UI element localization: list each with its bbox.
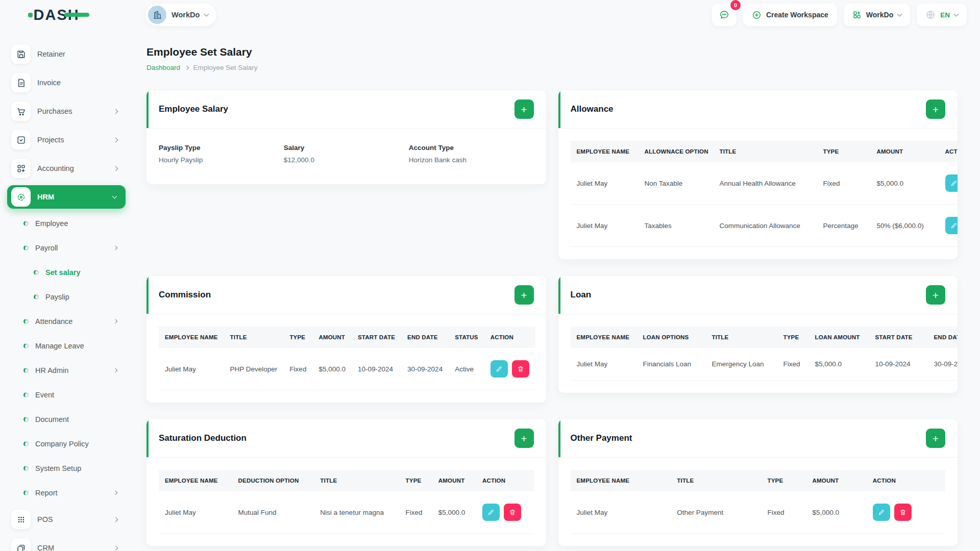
cell: $5,000.0 xyxy=(432,491,476,534)
loan-card: Loan + EMPLOYEE NAME LOAN OPTIONS TITLE … xyxy=(558,276,958,393)
sidebar-item-purchases[interactable]: Purchases xyxy=(0,97,134,126)
cell: Communication Allowance xyxy=(714,205,817,247)
add-button[interactable]: + xyxy=(926,99,945,119)
messages-button[interactable]: 0 xyxy=(712,4,737,26)
other-payment-card: Other Payment + EMPLOYEE NAME TITLE TYPE… xyxy=(558,419,958,546)
top-bar: DASH WorkDo 0 Create Workspace WorkDo xyxy=(0,0,980,30)
floppy-disk-icon xyxy=(11,44,31,64)
sidebar-item-crm[interactable]: CRM xyxy=(0,534,134,551)
salary-summary: Payslip Type Hourly Payslip Salary $12,0… xyxy=(159,141,534,172)
cell: Fixed xyxy=(283,348,312,390)
chevron-right-icon xyxy=(113,545,118,550)
breadcrumb-dashboard-link[interactable]: Dashboard xyxy=(146,64,180,71)
table-header-row: EMPLOYEE NAME DEDUCTION OPTION TITLE TYP… xyxy=(159,470,534,491)
sidebar-item-hrm[interactable]: HRM xyxy=(7,185,126,209)
card-header: Loan + xyxy=(558,276,958,314)
cell: Juliet May xyxy=(571,491,671,534)
delete-button[interactable] xyxy=(894,504,912,521)
column-header: TITLE xyxy=(224,327,284,348)
cell: $5,000.0 xyxy=(871,162,939,205)
sidebar-item-company-policy[interactable]: Company Policy xyxy=(0,432,134,456)
cell: Taxables xyxy=(639,205,714,247)
create-workspace-button[interactable]: Create Workspace xyxy=(743,4,837,26)
sidebar-item-report[interactable]: Report xyxy=(0,481,134,505)
column-header: ACTION xyxy=(867,470,945,491)
edit-button[interactable] xyxy=(482,504,500,521)
cell: $5,000.0 xyxy=(312,348,352,390)
card-header: Allowance + xyxy=(558,90,958,129)
column-header: END DATE xyxy=(928,327,958,348)
cell: Non Taxable xyxy=(639,162,714,205)
sidebar-item-label: Payroll xyxy=(35,244,58,252)
sidebar-item-document[interactable]: Document xyxy=(0,407,134,432)
sidebar-item-label: Retainer xyxy=(37,50,65,58)
add-button[interactable]: + xyxy=(514,285,534,305)
sidebar-item-accounting[interactable]: Accounting xyxy=(0,154,134,183)
add-button[interactable]: + xyxy=(926,285,945,305)
sidebar-item-payslip[interactable]: Payslip xyxy=(0,285,134,309)
workdo-menu-label: WorkDo xyxy=(866,11,893,19)
workdo-menu-button[interactable]: WorkDo xyxy=(844,4,910,26)
add-button[interactable]: + xyxy=(514,99,534,119)
cell: Percentage xyxy=(817,205,871,247)
sidebar-item-hr-admin[interactable]: HR Admin xyxy=(0,358,134,383)
cell: 30-09-2024 xyxy=(401,348,449,390)
create-workspace-label: Create Workspace xyxy=(766,11,828,19)
sidebar-item-pos[interactable]: POS xyxy=(0,505,134,534)
employee-salary-card: Employee Salary + Payslip Type Hourly Pa… xyxy=(146,90,546,184)
field-label: Payslip Type xyxy=(159,144,284,152)
sidebar-item-label: Attendance xyxy=(35,317,72,325)
commission-card: Commission + EMPLOYEE NAME TITLE TYPE AM… xyxy=(146,276,546,403)
edit-button[interactable] xyxy=(491,360,508,378)
delete-button[interactable] xyxy=(512,360,529,378)
sidebar-item-label: Employee xyxy=(35,219,68,228)
sidebar-item-event[interactable]: Event xyxy=(0,383,134,407)
chevron-right-icon xyxy=(113,319,117,323)
column-header: EMPLOYEE NAME xyxy=(159,327,224,348)
delete-button[interactable] xyxy=(504,504,521,521)
bullet-icon xyxy=(23,368,29,373)
workspace-selector[interactable]: WorkDo xyxy=(145,4,216,26)
sidebar-item-retainer[interactable]: Retainer xyxy=(0,40,134,68)
saturation-deduction-table: EMPLOYEE NAME DEDUCTION OPTION TITLE TYP… xyxy=(159,470,534,534)
column-header: START DATE xyxy=(869,327,928,348)
sidebar: Retainer Invoice Purchases Projects xyxy=(0,30,134,551)
sidebar-item-attendance[interactable]: Attendance xyxy=(0,309,134,334)
sidebar-item-system-setup[interactable]: System Setup xyxy=(0,456,134,481)
bullet-icon xyxy=(23,319,29,324)
sidebar-item-invoice[interactable]: Invoice xyxy=(0,68,134,97)
pencil-icon xyxy=(878,509,885,516)
sidebar-item-manage-leave[interactable]: Manage Leave xyxy=(0,334,134,358)
chevron-down-icon xyxy=(204,12,209,17)
cell: Fixed xyxy=(817,162,871,205)
cell: $5,000.0 xyxy=(806,491,867,534)
sidebar-item-payroll[interactable]: Payroll xyxy=(0,236,134,260)
cell: Juliet May xyxy=(571,162,639,205)
add-button[interactable]: + xyxy=(514,429,534,448)
chevron-down-icon xyxy=(954,12,959,17)
language-selector[interactable]: EN xyxy=(917,4,967,26)
sidebar-item-employee[interactable]: Employee xyxy=(0,211,134,236)
sidebar-item-label: Projects xyxy=(37,136,64,144)
sidebar-item-projects[interactable]: Projects xyxy=(0,126,134,154)
card-header: Other Payment + xyxy=(558,419,958,458)
sidebar-item-label: Report xyxy=(35,489,58,497)
bullet-icon xyxy=(23,343,29,348)
column-header: TYPE xyxy=(762,470,806,491)
sidebar-item-label: Payslip xyxy=(45,293,69,301)
card-header: Employee Salary + xyxy=(146,90,546,129)
cell: Juliet May xyxy=(571,205,639,247)
edit-button[interactable] xyxy=(945,174,958,192)
card-header: Commission + xyxy=(146,276,546,314)
field-value: $12,000.0 xyxy=(284,156,409,164)
add-button[interactable]: + xyxy=(926,429,945,448)
chevron-right-icon xyxy=(113,517,118,522)
table-header-row: EMPLOYEE NAME TITLE TYPE AMOUNT ACTION xyxy=(571,470,946,491)
cell: Fixed xyxy=(777,348,809,381)
edit-button[interactable] xyxy=(873,504,890,521)
bullet-icon xyxy=(23,490,29,495)
sidebar-item-set-salary[interactable]: Set salary xyxy=(0,260,134,285)
loan-table: EMPLOYEE NAME LOAN OPTIONS TITLE TYPE LO… xyxy=(571,327,958,381)
edit-button[interactable] xyxy=(945,217,958,234)
app-root: DASH WorkDo 0 Create Workspace WorkDo xyxy=(0,0,980,551)
